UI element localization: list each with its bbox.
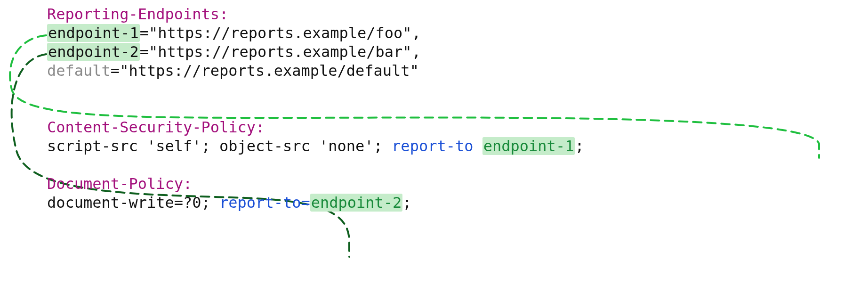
reporting-url-1: "https://reports.example/bar"	[149, 43, 412, 61]
code-block: Reporting-Endpoints: endpoint-1="https:/…	[47, 5, 584, 212]
reporting-url-2: "https://reports.example/default"	[120, 62, 419, 80]
header-document-policy: Document-Policy:	[47, 175, 192, 193]
docpolicy-endpoint-ref: endpoint-2	[310, 194, 403, 212]
reporting-eq-1: =	[140, 43, 149, 61]
reporting-key-endpoint-2: endpoint-2	[47, 43, 140, 61]
reporting-key-endpoint-1: endpoint-1	[47, 24, 140, 42]
csp-endpoint-ref: endpoint-1	[482, 137, 575, 155]
csp-body-prefix: script-src 'self'; object-src 'none';	[47, 137, 392, 155]
docpolicy-body-prefix: document-write=?0;	[47, 194, 219, 212]
header-reporting-endpoints: Reporting-Endpoints:	[47, 5, 228, 23]
reporting-eq-0: =	[140, 24, 149, 42]
csp-tail: ;	[575, 137, 584, 155]
reporting-url-0: "https://reports.example/foo"	[149, 24, 412, 42]
reporting-eq-2: =	[111, 62, 120, 80]
csp-report-to-directive: report-to	[392, 137, 482, 155]
header-csp: Content-Security-Policy:	[47, 118, 265, 136]
reporting-key-default: default	[47, 62, 111, 80]
reporting-tail-1: ,	[412, 43, 421, 61]
docpolicy-report-to-directive: report-to=	[219, 194, 310, 212]
docpolicy-tail: ;	[402, 194, 411, 212]
reporting-tail-0: ,	[412, 24, 421, 42]
